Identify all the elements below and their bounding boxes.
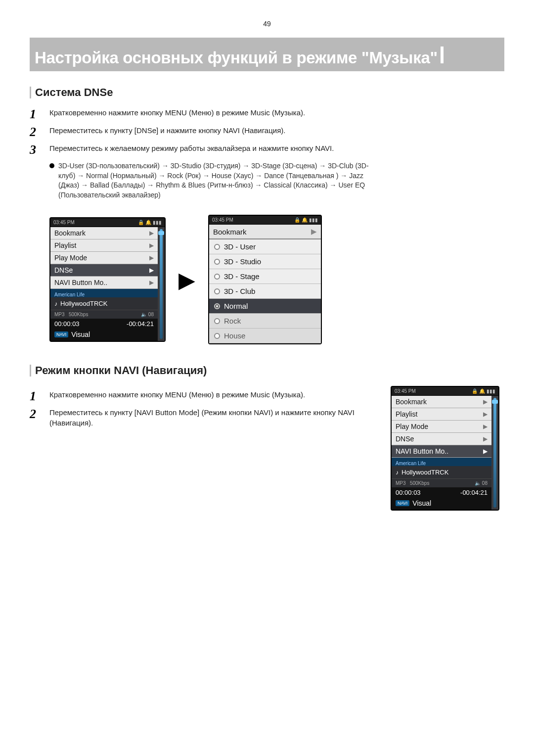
music-note-icon: ♪: [54, 300, 57, 307]
menu-item-label: Playlist: [54, 241, 76, 249]
time-elapsed: 00:00:03: [396, 489, 421, 496]
option-label: 3D - Club: [224, 287, 255, 295]
menu-item-playlist[interactable]: Playlist ▶: [392, 408, 491, 421]
option-3d-stage[interactable]: 3D - Stage: [209, 269, 321, 284]
volume-slider[interactable]: [158, 227, 165, 341]
option-label: 3D - Studio: [224, 257, 261, 266]
menu-item-bookmark[interactable]: Bookmark ▶: [392, 396, 491, 408]
header-strip: [30, 38, 504, 44]
navi-badge: NAVI: [396, 500, 409, 506]
chevron-right-icon: ▶: [483, 411, 488, 418]
menu-item-label: Play Mode: [54, 254, 87, 262]
chevron-right-icon: ▶: [483, 448, 488, 455]
radio-icon: [214, 318, 220, 324]
option-house[interactable]: House: [209, 329, 321, 343]
time-line: 00:00:03 -00:04:21: [392, 487, 491, 498]
music-note-icon: ♪: [396, 469, 399, 476]
eq-modes-bullet: 3D-User (3D-пользовательский) → 3D-Studi…: [49, 161, 504, 200]
option-label: 3D - User: [224, 242, 256, 251]
step-1: 1 Кратковременно нажмите кнопку MENU (Ме…: [30, 390, 391, 403]
codec-line: MP3 500Kbps 🔈 08: [392, 478, 491, 487]
bottom-bar: NAVI Visual: [392, 498, 491, 510]
menu-item-label: DNSe: [54, 266, 73, 274]
heading-bar-icon: [30, 365, 31, 377]
screenshots-row: 03:45 PM 🔒 🔔 ▮▮▮ Bookmark ▶ Playlist ▶: [49, 215, 504, 344]
time-line: 00:00:03 -00:04:21: [50, 319, 158, 329]
step-text: Переместитесь к пункту [DNSe] и нажмите …: [49, 126, 285, 139]
bitrate-label: 500Kbps: [410, 480, 429, 486]
menu-item-label: Bookmark: [396, 398, 427, 406]
menu-item-navi-button-mode[interactable]: NAVI Button Mo.. ▶: [50, 277, 158, 289]
menu-item-playmode[interactable]: Play Mode ▶: [50, 252, 158, 264]
steps-list: 1 Кратковременно нажмите кнопку MENU (Ме…: [30, 108, 504, 200]
banner-title: Настройка основных функций в режиме "Муз…: [35, 48, 438, 67]
option-label: Normal: [224, 302, 248, 310]
chevron-right-icon: ▶: [483, 435, 488, 442]
step-text: Переместитесь к пункту [NAVI Button Mode…: [49, 408, 391, 428]
menu-item-dnse[interactable]: DNSe ▶: [392, 433, 491, 445]
time-remaining: -00:04:21: [460, 489, 488, 496]
option-3d-club[interactable]: 3D - Club: [209, 284, 321, 299]
option-normal[interactable]: Normal: [209, 299, 321, 314]
time-remaining: -00:04:21: [127, 320, 154, 328]
device-menu-screenshot: 03:45 PM 🔒 🔔 ▮▮▮ Bookmark ▶ Playlist ▶: [49, 217, 166, 342]
radio-icon: [214, 274, 220, 280]
status-icons: 🔒 🔔 ▮▮▮: [294, 217, 318, 223]
step-number: 3: [30, 143, 49, 156]
step-text: Кратковременно нажмите кнопку MENU (Меню…: [49, 390, 305, 403]
dnse-options-list: 3D - User 3D - Studio 3D - Stage 3D - Cl…: [209, 239, 321, 343]
device-menu-list: Bookmark ▶ Playlist ▶ Play Mode ▶ DNSe: [392, 396, 491, 458]
step-number: 1: [30, 390, 49, 403]
step-1: 1 Кратковременно нажмите кнопку MENU (Ме…: [30, 108, 504, 121]
menu-item-label: Play Mode: [396, 423, 428, 430]
time-elapsed: 00:00:03: [54, 320, 80, 328]
menu-item-dnse[interactable]: DNSe ▶: [50, 264, 158, 277]
radio-icon: [214, 333, 220, 339]
device-navi-mode-screenshot: 03:45 PM 🔒 🔔 ▮▮▮ Bookmark ▶ Playlist ▶: [391, 386, 499, 511]
chevron-right-icon: ▶: [311, 227, 317, 236]
heading-text: Система DNSe: [35, 86, 113, 99]
bullet-text: 3D-User (3D-пользовательский) → 3D-Studi…: [58, 161, 375, 200]
option-rock[interactable]: Rock: [209, 314, 321, 329]
radio-icon: [214, 244, 220, 250]
step-number: 1: [30, 108, 49, 121]
menu-item-playmode[interactable]: Play Mode ▶: [392, 421, 491, 433]
page-banner: Настройка основных функций в режиме "Муз…: [30, 44, 504, 71]
radio-selected-icon: [214, 303, 220, 309]
menu-item-bookmark[interactable]: Bookmark ▶: [50, 227, 158, 239]
bottom-bar: NAVI Visual: [50, 329, 158, 341]
device-statusbar: 03:45 PM 🔒 🔔 ▮▮▮: [50, 218, 165, 227]
chevron-right-icon: ▶: [149, 267, 154, 274]
navi-badge: NAVI: [54, 331, 68, 337]
step-number: 2: [30, 126, 49, 139]
bullet-dot-icon: [49, 163, 54, 168]
menu-item-label: Playlist: [396, 410, 417, 418]
menu-item-navi-button-mode[interactable]: NAVI Button Mo.. ▶: [392, 445, 491, 458]
section-heading-navi: Режим кнопки NAVI (Навигация): [30, 364, 504, 377]
menu-item-label: DNSe: [396, 435, 414, 443]
step-2: 2 Переместитесь к пункту [NAVI Button Mo…: [30, 408, 391, 428]
volume-slider[interactable]: [491, 396, 498, 510]
status-icons: 🔒 🔔 ▮▮▮: [138, 220, 162, 225]
menu-item-playlist[interactable]: Playlist ▶: [50, 239, 158, 252]
step-number: 2: [30, 408, 49, 428]
option-label: Rock: [224, 317, 241, 325]
heading-bar-icon: [30, 87, 31, 98]
codec-label: MP3: [54, 312, 65, 317]
option-3d-studio[interactable]: 3D - Studio: [209, 254, 321, 269]
radio-icon: [214, 288, 220, 294]
page-number: 49: [30, 20, 504, 28]
step-3: 3 Переместитесь к желаемому режиму работ…: [30, 143, 504, 156]
status-time: 03:45 PM: [395, 388, 416, 394]
status-time: 03:45 PM: [53, 220, 75, 225]
slider-thumb-icon: [158, 231, 164, 235]
chevron-right-icon: ▶: [483, 398, 488, 405]
device-statusbar: 03:45 PM 🔒 🔔 ▮▮▮: [392, 387, 498, 396]
now-playing-track: ♪ HollywoodTRCK: [50, 297, 158, 310]
partial-track-label: American Life: [392, 461, 491, 466]
option-label: 3D - Stage: [224, 272, 260, 281]
codec-line: MP3 500Kbps 🔈 08: [50, 310, 158, 319]
chevron-right-icon: ▶: [483, 423, 488, 430]
option-3d-user[interactable]: 3D - User: [209, 239, 321, 254]
step-text: Переместитесь к желаемому режиму работы …: [49, 143, 334, 156]
